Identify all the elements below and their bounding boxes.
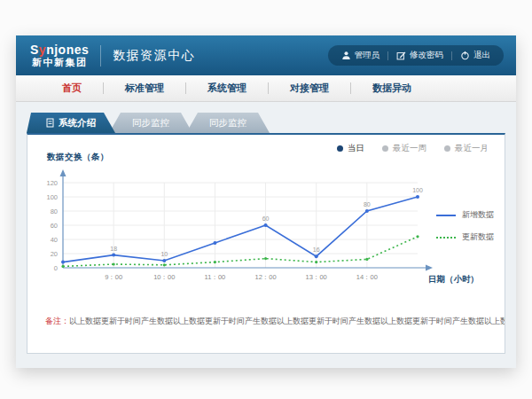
svg-text:40: 40 <box>51 236 58 244</box>
radio-label: 最近一月 <box>455 143 489 154</box>
logo-text-en: Synjones <box>30 43 89 57</box>
nav-item-home[interactable]: 首页 <box>41 82 103 95</box>
app-window: Synjones 新中新集团 数据资源中心 管理员 修改密码 退出 首页 标准管… <box>16 35 516 368</box>
radio-label: 当日 <box>348 143 364 154</box>
logo-text-cn: 新中新集团 <box>30 57 89 68</box>
svg-text:10：00: 10：00 <box>153 273 175 281</box>
svg-text:11：00: 11：00 <box>205 273 226 281</box>
tab-label: 系统介绍 <box>59 117 96 129</box>
svg-text:100: 100 <box>46 193 58 201</box>
header-divider <box>100 45 101 66</box>
tab-label: 同步监控 <box>209 117 246 129</box>
radio-last-week[interactable]: 最近一周 <box>382 143 426 154</box>
tab-system-intro[interactable]: 系统介绍 <box>27 113 115 133</box>
content-area: 系统介绍 同步监控 同步监控 当日 最近一周 <box>16 102 516 368</box>
time-range-filter: 当日 最近一周 最近一月 <box>337 143 489 154</box>
nav-item-integration-mgmt[interactable]: 对接管理 <box>269 82 350 95</box>
radio-dot-icon <box>382 145 388 152</box>
power-icon <box>460 51 470 60</box>
legend-item-updated-data[interactable]: 更新数据 <box>436 231 494 243</box>
admin-user-label: 管理员 <box>355 50 380 61</box>
svg-text:120: 120 <box>46 179 58 187</box>
svg-text:80: 80 <box>364 201 371 207</box>
svg-text:60: 60 <box>51 222 58 230</box>
svg-text:100: 100 <box>412 187 423 193</box>
y-axis-title: 数据交换（条） <box>47 152 109 163</box>
admin-user-button[interactable]: 管理员 <box>333 50 388 61</box>
svg-text:60: 60 <box>262 215 270 222</box>
dotted-line-swatch-icon <box>436 237 456 239</box>
svg-text:20: 20 <box>51 250 58 258</box>
legend-label: 新增数据 <box>462 209 494 221</box>
svg-text:12：00: 12：00 <box>254 273 276 281</box>
tab-bar: 系统介绍 同步监控 同步监控 <box>16 102 516 133</box>
tab-sync-monitor-2[interactable]: 同步监控 <box>186 113 270 133</box>
chart-legend: 新增数据 更新数据 <box>436 209 494 243</box>
change-password-label: 修改密码 <box>410 50 443 61</box>
nav-item-data-change[interactable]: 数据异动 <box>351 82 433 95</box>
solid-line-swatch-icon <box>436 215 456 216</box>
person-icon <box>341 51 351 60</box>
logout-label: 退出 <box>473 50 490 61</box>
svg-text:18: 18 <box>110 246 117 252</box>
logout-button[interactable]: 退出 <box>452 50 498 61</box>
edit-icon <box>396 51 406 60</box>
radio-label: 最近一周 <box>393 143 426 154</box>
nav-item-standard-mgmt[interactable]: 标准管理 <box>104 82 185 95</box>
chart-panel: 当日 最近一周 最近一月 数据交换（条） 9：0010：0011：0012：00… <box>27 133 505 354</box>
footnote-text: 以上数据更新于时间产生数据以上数据更新于时间产生数据以上数据更新于时间产生数据以… <box>69 317 505 325</box>
x-axis-title: 日期（小时） <box>428 274 479 286</box>
chart-canvas: 9：0010：0011：0012：0013：0014：0002040608010… <box>36 167 444 291</box>
svg-text:14：00: 14：00 <box>356 273 378 281</box>
tab-sync-monitor-1[interactable]: 同步监控 <box>109 113 192 133</box>
svg-text:10: 10 <box>160 251 168 257</box>
change-password-button[interactable]: 修改密码 <box>388 50 451 61</box>
svg-text:80: 80 <box>51 207 58 215</box>
footnote: 备注：以上数据更新于时间产生数据以上数据更新于时间产生数据以上数据更新于时间产生… <box>27 316 505 327</box>
document-icon <box>46 118 54 128</box>
svg-text:16: 16 <box>313 246 320 253</box>
svg-text:9：00: 9：00 <box>105 273 122 281</box>
footnote-prefix: 备注： <box>45 317 69 325</box>
nav-item-system-mgmt[interactable]: 系统管理 <box>186 82 268 95</box>
legend-item-new-data[interactable]: 新增数据 <box>436 209 494 221</box>
page-title: 数据资源中心 <box>113 48 195 64</box>
radio-today[interactable]: 当日 <box>337 143 364 154</box>
main-nav: 首页 标准管理 系统管理 对接管理 数据异动 <box>16 75 516 102</box>
radio-dot-icon <box>444 145 450 152</box>
company-logo: Synjones 新中新集团 <box>30 43 89 68</box>
svg-text:0: 0 <box>54 264 58 272</box>
tab-label: 同步监控 <box>132 117 169 129</box>
svg-text:13：00: 13：00 <box>306 273 327 281</box>
radio-dot-icon <box>337 145 343 152</box>
legend-label: 更新数据 <box>462 231 494 243</box>
line-chart: 9：0010：0011：0012：0013：0014：0002040608010… <box>36 167 444 291</box>
radio-last-month[interactable]: 最近一月 <box>444 143 489 154</box>
user-toolbar: 管理员 修改密码 退出 <box>328 45 505 66</box>
app-header: Synjones 新中新集团 数据资源中心 管理员 修改密码 退出 <box>16 35 516 75</box>
